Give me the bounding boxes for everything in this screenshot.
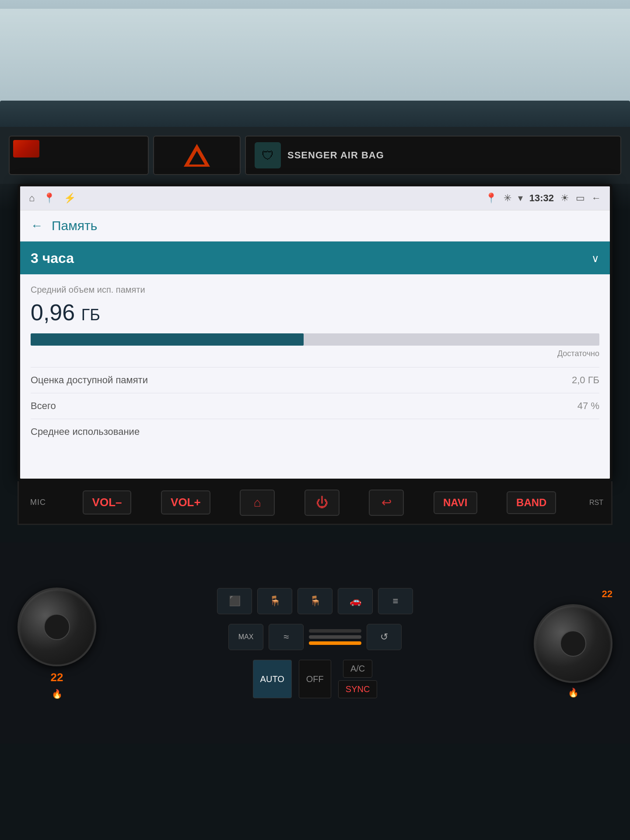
knob-left-inner [44,614,70,640]
climate-middle-row: MAX ≈ ↺ [228,624,402,650]
airbag-panel: 🛡 SSENGER AIR BAG [245,136,621,175]
available-memory-row: Оценка доступной памяти 2,0 ГБ [31,367,599,393]
seat-icon-left: 🪑 [269,595,281,607]
period-label: 3 часа [31,250,74,266]
available-label: Оценка доступной памяти [31,374,148,386]
seat-heat-left-button[interactable]: 🪑 [257,588,292,614]
airbag-label: SSENGER AIR BAG [287,150,384,161]
off-button[interactable]: OFF [299,660,331,698]
seat-icon-right: 🪑 [309,595,321,607]
back-button-hw[interactable]: ↩ [369,490,404,516]
climate-bottom-row: AUTO OFF A/C SYNC [253,660,378,698]
total-row: Всего 47 % [31,393,599,419]
stats-section: Средний объем исп. памяти 0,96 ГБ Достат… [20,274,610,452]
main-screen: ⌂ 📍 ⚡ 📍 ✳ ▾ 13:32 ☀ ▭ ← ← Память 3 часа … [18,184,612,481]
climate-top-row: ⬛ 🪑 🪑 🚗 ≡ [217,588,413,614]
temp-right-value: 22 [602,588,612,600]
avg-use-row: Среднее использование [31,419,599,444]
back-button-hw-icon: ↩ [382,495,392,510]
circulation-button[interactable]: ↺ [367,624,402,650]
window-icon: ▭ [576,192,585,204]
vol-plus-button[interactable]: VOL+ [161,490,210,514]
power-button-icon: ⏻ [316,495,328,510]
bluetooth-icon: ✳ [504,192,511,204]
vol-minus-button[interactable]: VOL– [83,490,132,514]
fan-bar-2 [309,635,361,639]
screen-header: ← Память [20,210,610,242]
fan-speed-indicator [309,629,361,645]
fan-icon: ≈ [284,631,289,643]
dropdown-arrow-icon[interactable]: ∨ [592,252,599,265]
heat-seat-left-icon: 🔥 [52,689,63,699]
band-button[interactable]: BAND [507,491,556,514]
auto-button[interactable]: AUTO [253,660,292,698]
avg-memory-value: 0,96 ГБ [31,299,599,326]
knob-right-inner [560,630,586,657]
memory-progress-bar-fill [31,333,304,346]
hazard-button[interactable] [153,136,241,175]
climate-center-controls: ⬛ 🪑 🪑 🚗 ≡ MAX ≈ [105,588,525,698]
mic-label: MIC [23,494,53,511]
home-icon: ⌂ [29,192,35,204]
usb-icon: ⚡ [64,192,76,204]
ac-fan-icon: 🚗 [350,595,361,607]
dash-panel-top: 🛡 SSENGER AIR BAG [0,127,630,184]
status-time: 13:32 [529,192,554,204]
seat-heat-right-button[interactable]: 🪑 [298,588,332,614]
avg-memory-label: Средний объем исп. памяти [31,285,599,295]
back-nav-icon[interactable]: ← [592,192,601,204]
screen-content: ← Память 3 часа ∨ Средний объем исп. пам… [20,210,610,479]
avg-memory-unit: ГБ [81,306,100,324]
back-button[interactable]: ← [31,219,43,233]
ac-fan-button[interactable]: 🚗 [338,588,373,614]
home-button[interactable]: ⌂ [240,490,275,516]
bottom-button-strip: MIC VOL– VOL+ ⌂ ⏻ ↩ NAVI BAND RST [18,481,612,525]
total-label: Всего [31,400,56,412]
navi-button[interactable]: NAVI [434,491,477,514]
defrost-rear-button[interactable]: ⬛ [217,588,252,614]
status-right: 📍 ✳ ▾ 13:32 ☀ ▭ ← [485,192,601,204]
location-icon: 📍 [43,192,55,204]
hazard-triangle-icon [184,144,210,167]
rear-defrost-icon2: ≡ [393,595,399,607]
total-value: 47 % [578,400,599,412]
wifi-icon: ▾ [518,192,523,204]
ac-button[interactable]: A/C [343,660,372,678]
location2-icon: 📍 [485,192,497,204]
dash-slot-left [9,136,149,175]
screen-title: Память [52,218,98,233]
fan-bar-1 [309,629,361,633]
home-button-icon: ⌂ [254,496,261,510]
status-left: ⌂ 📍 ⚡ [29,192,76,204]
defrost-rear-icon: ⬛ [229,595,241,607]
avg-use-label: Среднее использование [31,426,140,438]
rear-defrost-button2[interactable]: ≡ [378,588,413,614]
circulation-icon: ↺ [380,631,388,643]
sync-button[interactable]: SYNC [338,680,378,698]
available-value: 2,0 ГБ [572,374,599,386]
power-button[interactable]: ⏻ [304,490,340,516]
period-section[interactable]: 3 часа ∨ [20,242,610,274]
status-bar: ⌂ 📍 ⚡ 📍 ✳ ▾ 13:32 ☀ ▭ ← [20,186,610,210]
temp-left-value: 22 [51,671,63,684]
temp-knob-left[interactable] [18,588,96,666]
max-button[interactable]: MAX [228,624,263,650]
fan-bar-active [309,641,361,645]
temp-knob-right[interactable] [534,604,612,683]
fan-level-button[interactable]: ≈ [269,624,304,650]
max-label: MAX [238,633,254,641]
avg-memory-number: 0,96 [31,300,75,325]
brightness-icon: ☀ [560,192,569,204]
airbag-icon: 🛡 [255,142,281,168]
memory-status-label: Достаточно [31,349,599,358]
heat-seat-right-icon: 🔥 [568,687,579,698]
memory-progress-bar-container [31,333,599,346]
climate-panel: 22 🔥 ⬛ 🪑 🪑 🚗 ≡ MAX [0,542,630,744]
rst-button[interactable]: RST [586,497,607,508]
